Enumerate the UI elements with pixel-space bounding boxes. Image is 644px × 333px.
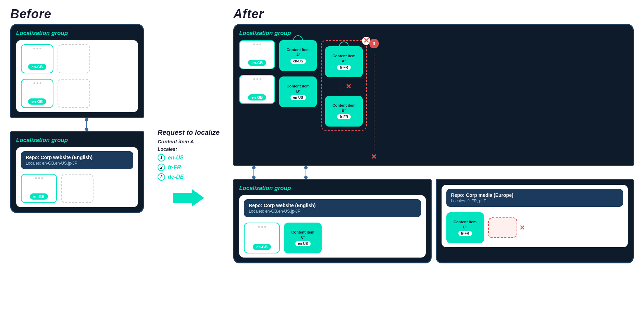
after-top-mid-right-wrapper: ✕ 2 Content itemA'' fr-FR bbox=[321, 40, 367, 160]
after-a-double-label: Content itemA'' bbox=[333, 53, 356, 63]
after-c-double: Content itemC'' fr-FR bbox=[446, 212, 484, 243]
after-a-double: Content itemA'' fr-FR bbox=[325, 46, 363, 77]
after-top-outer-box: Localization group en-GB en-GB bbox=[233, 24, 634, 166]
after-orig-a: en-GB bbox=[239, 40, 275, 69]
before-bottom-loc-group-label: Localization group bbox=[16, 137, 138, 144]
request-locale-2: fr-FR bbox=[168, 164, 181, 170]
after-b-prime-label: Content itemB' bbox=[287, 84, 310, 94]
after-a-prime-locale: en-US bbox=[290, 59, 306, 64]
request-locale-1: en-US bbox=[168, 155, 184, 161]
after-bottom-dashed-red-wrapper: ✕ bbox=[488, 217, 525, 238]
after-b-double: Content itemB'' fr-FR bbox=[325, 96, 363, 127]
x-mark-arrow: ✕ bbox=[346, 83, 351, 90]
after-top-mid-left-col: 1 Content itemA' en-US Content itemB' en… bbox=[279, 40, 317, 160]
request-dot-3: 3 bbox=[158, 173, 165, 181]
a-prime-wrapper: 1 Content itemA' en-US bbox=[279, 40, 317, 71]
request-title-line1: Request to localize bbox=[158, 128, 220, 136]
request-dot-2: 2 bbox=[158, 164, 165, 171]
after-b-prime-locale: en-US bbox=[290, 95, 306, 100]
request-locale-3: de-DE bbox=[168, 174, 184, 180]
after-bottom-loc-group-label: Localization group bbox=[239, 185, 425, 192]
after-top-far-right: 3 ✕ bbox=[371, 40, 377, 160]
before-repo-info: Repo: Corp website (English) Locales: en… bbox=[21, 151, 133, 169]
after-top-dashed-red-box: ✕ 2 Content itemA'' fr-FR bbox=[321, 40, 367, 131]
after-top-left-col: en-GB en-GB bbox=[239, 40, 275, 160]
before-top-inner-box: en-GB en-GB bbox=[16, 40, 138, 112]
after-bottom-orig-c: en-GB bbox=[244, 223, 280, 253]
after-bottom-orig-c-locale: en-GB bbox=[253, 244, 271, 250]
badge-3-top: 3 bbox=[369, 39, 379, 48]
after-c-double-locale: fr-FR bbox=[458, 231, 472, 236]
after-a-prime: Content itemA' en-US bbox=[279, 40, 317, 71]
after-a-double-locale: fr-FR bbox=[337, 65, 351, 70]
after-top-row-content: en-GB en-GB 1 Content itemA' en-US bbox=[239, 40, 628, 160]
before-b-locale-badge: en-GB bbox=[28, 98, 46, 105]
after-connector-row bbox=[233, 166, 634, 179]
after-b-prime: Content itemB' en-US bbox=[279, 76, 317, 107]
x-mark-bottom: ✕ bbox=[371, 153, 377, 160]
after-bottom-europe-box: Repo: Corp media (Europe) Locales: fr-FR… bbox=[436, 179, 634, 263]
before-connector bbox=[10, 118, 144, 131]
after-b-double-locale: fr-FR bbox=[337, 114, 351, 119]
after-c-double-label: Content itemC'' bbox=[454, 219, 476, 229]
after-c-dashed bbox=[488, 217, 517, 238]
before-content-c: en-GB bbox=[21, 174, 57, 203]
after-repo-europe-name: Repo: Corp media (Europe) bbox=[451, 192, 618, 198]
request-arrow-section: Request to localize Content item A Local… bbox=[151, 7, 226, 326]
after-bottom-europe-inner: Repo: Corp media (Europe) Locales: fr-FR… bbox=[442, 185, 628, 247]
before-top-outer-box: Localization group en-GB en-GB bbox=[10, 24, 144, 118]
b-double-wrapper: Content itemB'' fr-FR bbox=[325, 96, 363, 127]
after-bottom-inner-box: Repo: Corp website (English) Locales: en… bbox=[239, 195, 425, 258]
before-title: Before bbox=[10, 7, 144, 21]
b-prime-wrapper: Content itemB' en-US bbox=[279, 76, 317, 107]
before-bottom-inner-box: Repo: Corp website (English) Locales: en… bbox=[16, 147, 138, 207]
after-repo-english-name: Repo: Corp website (English) bbox=[249, 203, 416, 208]
before-top-loc-group-label: Localization group bbox=[16, 30, 138, 37]
svg-marker-0 bbox=[173, 189, 204, 206]
before-c-locale-badge: en-GB bbox=[30, 193, 48, 200]
after-repo-europe-locales: Locales: fr-FR, pl-PL bbox=[451, 199, 618, 203]
after-repo-english-locales: Locales: en-GB,en-US,jp-JP bbox=[249, 209, 416, 214]
c-prime-wrapper: Content itemC' en-US bbox=[284, 223, 322, 253]
after-bottom-row: Localization group Repo: Corp website (E… bbox=[233, 179, 634, 263]
before-bottom-ghost bbox=[61, 174, 94, 203]
after-bottom-english-box: Localization group Repo: Corp website (E… bbox=[233, 179, 431, 263]
x-mark-c: ✕ bbox=[519, 224, 525, 231]
a-double-wrapper: 2 Content itemA'' fr-FR bbox=[325, 46, 363, 77]
after-section: After Localization group en-GB en-GB bbox=[233, 7, 634, 326]
after-bottom-english-items: en-GB Content itemC' en-US bbox=[244, 223, 421, 253]
after-orig-b: en-GB bbox=[239, 75, 275, 104]
after-b-double-label: Content itemB'' bbox=[333, 103, 356, 113]
after-orig-b-locale: en-GB bbox=[248, 94, 266, 100]
big-arrow bbox=[173, 188, 204, 208]
request-locale-1-item: 1 en-US bbox=[158, 154, 184, 162]
request-locale-3-item: 3 de-DE bbox=[158, 173, 184, 181]
dashed-red-line bbox=[374, 54, 374, 150]
request-content-label: Content item A bbox=[158, 139, 194, 144]
after-a-prime-label: Content itemA' bbox=[287, 47, 310, 57]
before-section: Before Localization group en-GB en-GB bbox=[10, 7, 144, 326]
after-top-arrow-row: ✕ bbox=[325, 81, 363, 92]
before-repo-locales: Locales: en-GB,en-US,jp-JP bbox=[26, 161, 128, 166]
request-locales-label: Locales: bbox=[158, 146, 177, 152]
before-content-b: en-GB bbox=[21, 79, 53, 108]
before-content-a: en-GB bbox=[21, 44, 53, 73]
after-repo-europe-info: Repo: Corp media (Europe) Locales: fr-FR… bbox=[446, 189, 623, 207]
before-a-locale-badge: en-GB bbox=[28, 64, 46, 70]
request-box: Request to localize Content item A Local… bbox=[151, 125, 226, 184]
svg-marker-2 bbox=[338, 87, 342, 92]
dashed-red-row: ✕ bbox=[488, 217, 525, 238]
before-top-ghost-1 bbox=[58, 44, 90, 73]
before-repo-name: Repo: Corp website (English) bbox=[26, 155, 128, 160]
before-bottom-outer-box: Localization group Repo: Corp website (E… bbox=[10, 131, 144, 213]
after-repo-english-info: Repo: Corp website (English) Locales: en… bbox=[244, 199, 421, 217]
after-c-prime: Content itemC' en-US bbox=[284, 223, 322, 253]
c-double-wrapper: Content itemC'' fr-FR bbox=[446, 212, 484, 243]
main-container: Before Localization group en-GB en-GB bbox=[0, 0, 644, 333]
request-locale-2-item: 2 fr-FR bbox=[158, 164, 181, 171]
after-bottom-europe-items: Content itemC'' fr-FR ✕ bbox=[446, 212, 623, 243]
down-arrow-icon bbox=[337, 81, 344, 92]
after-c-prime-label: Content itemC' bbox=[292, 230, 314, 240]
after-orig-a-locale: en-GB bbox=[248, 60, 266, 66]
request-dot-1: 1 bbox=[158, 154, 165, 162]
